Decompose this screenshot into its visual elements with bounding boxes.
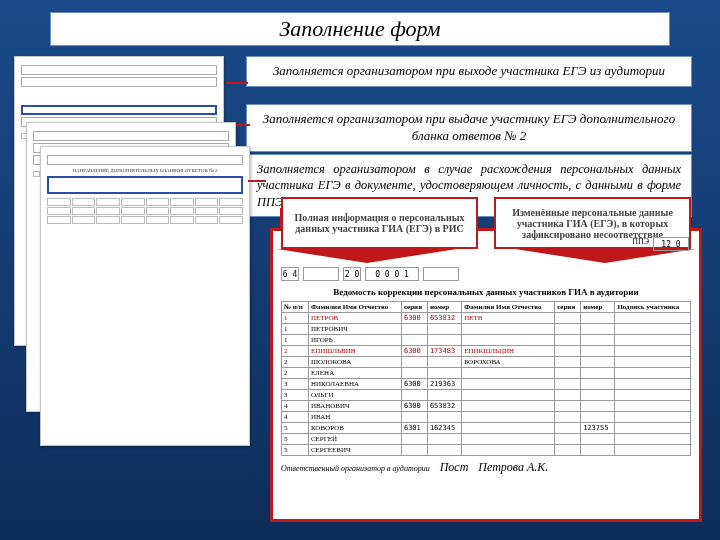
cell-ln: 653832 [427, 401, 461, 412]
cell-ln [427, 390, 461, 401]
cell-ln: 653832 [427, 313, 461, 324]
code-a: 6 4 [281, 267, 299, 281]
table-row: 2ШОЛОКОВАБОРОХОВА [282, 357, 691, 368]
banner-full-data-text: Полная информация о персональных данных … [289, 212, 470, 234]
cell-rn [581, 368, 615, 379]
cell-rn: 123755 [581, 423, 615, 434]
cell-rs [555, 335, 581, 346]
cell-rs [555, 324, 581, 335]
cell-rn [581, 346, 615, 357]
cell-ls [401, 434, 427, 445]
connector-line [226, 82, 248, 84]
cell-ln: 219363 [427, 379, 461, 390]
cell-rfio [462, 423, 555, 434]
cell-rfio [462, 412, 555, 423]
cell-rs [555, 390, 581, 401]
cell-ls: 6300 [401, 313, 427, 324]
cell-lfio: СЕРГЕЙ [308, 434, 401, 445]
cell-rn [581, 335, 615, 346]
cell-n: 1 [282, 335, 309, 346]
ppe-value: 12 0 [653, 237, 689, 251]
cell-ls [401, 390, 427, 401]
ppe-label: ППЭ [632, 237, 649, 251]
code-c: 2 0 [343, 267, 361, 281]
cell-rn [581, 390, 615, 401]
banner-changed-data-text: Изменённые персональные данные участника… [502, 207, 683, 240]
cell-rs [555, 346, 581, 357]
table-row: 2ЕЛЕНА [282, 368, 691, 379]
table-row: 4ИВАНОВИЧ6300653832 [282, 401, 691, 412]
cell-ln [427, 412, 461, 423]
cell-ln: 173483 [427, 346, 461, 357]
arrow-down-icon [277, 249, 457, 263]
cell-sign [615, 313, 691, 324]
header-codes: 6 4 2 0 0 0 0 1 [281, 267, 691, 281]
cell-lfio: СЕРГЕЕВИЧ [308, 445, 401, 456]
cell-rfio: ПЕТВ [462, 313, 555, 324]
cell-n: 5 [282, 445, 309, 456]
cell-n: 3 [282, 390, 309, 401]
cell-lfio: ПЕТРОВ [308, 313, 401, 324]
ppe-box: ППЭ 12 0 [632, 237, 689, 251]
cell-n: 3 [282, 379, 309, 390]
cell-sign [615, 324, 691, 335]
cell-ls: 6300 [401, 379, 427, 390]
callout-extra-blank: Заполняется организатором при выдаче уча… [246, 104, 692, 152]
th-seria-right: серия [555, 302, 581, 313]
th-fio-left: Фамилия Имя Отчество [308, 302, 401, 313]
cell-rfio [462, 324, 555, 335]
detail-form: Полная информация о персональных данных … [270, 228, 702, 522]
table-row: 1ПЕТРОВИЧ [282, 324, 691, 335]
cell-rfio [462, 379, 555, 390]
cell-lfio: КОВОРОВ [308, 423, 401, 434]
cell-lfio: ШОЛОКОВА [308, 357, 401, 368]
cell-rs [555, 313, 581, 324]
cell-sign [615, 346, 691, 357]
cell-lfio: ОЛЬГИ [308, 390, 401, 401]
cell-sign [615, 390, 691, 401]
cell-rn [581, 357, 615, 368]
cell-ls [401, 368, 427, 379]
cell-lfio: ИВАНОВИЧ [308, 401, 401, 412]
cell-ls [401, 445, 427, 456]
cell-rs [555, 412, 581, 423]
th-seria-left: серия [401, 302, 427, 313]
code-d: 0 0 0 1 [365, 267, 419, 281]
cell-n: 5 [282, 434, 309, 445]
cell-n: 5 [282, 423, 309, 434]
cell-rs [555, 379, 581, 390]
cell-rs [555, 401, 581, 412]
cell-n: 1 [282, 324, 309, 335]
cell-ls: 6300 [401, 401, 427, 412]
cell-sign [615, 412, 691, 423]
th-sign: Подпись участника [615, 302, 691, 313]
table-row: 3НИКОЛАЕВНА6300219363 [282, 379, 691, 390]
slide-title: Заполнение форм [50, 12, 670, 46]
cell-ln [427, 357, 461, 368]
footer-sig2: Петрова А.К. [478, 460, 548, 474]
cell-rfio [462, 390, 555, 401]
cell-ln [427, 335, 461, 346]
th-fio-right: Фамилия Имя Отчество [462, 302, 555, 313]
th-num: № п/п [282, 302, 309, 313]
table-row: 5СЕРГЕЙ [282, 434, 691, 445]
cell-sign [615, 335, 691, 346]
cell-rn [581, 313, 615, 324]
cell-rfio [462, 445, 555, 456]
footer-row: Ответственный организатор в аудитории По… [281, 460, 691, 475]
cell-ls [401, 357, 427, 368]
correction-table: № п/п Фамилия Имя Отчество серия номер Ф… [281, 301, 691, 456]
cell-rn [581, 379, 615, 390]
cell-rs [555, 357, 581, 368]
cell-lfio: ЕПИШЛЬВИН [308, 346, 401, 357]
table-row: 1ИГОРЬ [282, 335, 691, 346]
table-row: 1ПЕТРОВ6300653832ПЕТВ [282, 313, 691, 324]
table-row: 3ОЛЬГИ [282, 390, 691, 401]
cell-rs [555, 423, 581, 434]
cell-lfio: ИГОРЬ [308, 335, 401, 346]
cell-ln [427, 445, 461, 456]
cell-sign [615, 434, 691, 445]
mini-form-3-caption: НАПРАВЛЕНИЕ ДОПОЛНИТЕЛЬНЫХ БЛАНКОВ ОТВЕТ… [47, 168, 243, 173]
connector-line [236, 124, 250, 126]
cell-lfio: ЕЛЕНА [308, 368, 401, 379]
